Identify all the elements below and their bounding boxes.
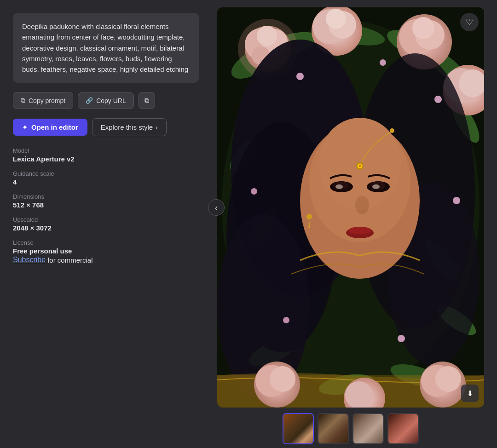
download-icon: ⬇ — [467, 389, 473, 398]
subscribe-link[interactable]: Subscribe — [13, 256, 46, 264]
model-item: Model Lexica Aperture v2 — [13, 147, 199, 163]
thumbnail-1[interactable] — [283, 413, 314, 444]
external-link-button[interactable]: ⧉ — [139, 92, 155, 109]
wand-icon: ✦ — [22, 124, 28, 131]
model-value: Lexica Aperture v2 — [13, 155, 199, 163]
heart-button[interactable]: ♡ — [460, 13, 479, 31]
thumbnail-strip — [283, 413, 419, 444]
license-label: License — [13, 239, 199, 246]
main-actions-row: ✦ Open in editor Explore this style › — [13, 118, 199, 136]
license-commercial-line: Subscribe for commercial — [13, 256, 199, 264]
download-button[interactable]: ⬇ — [461, 385, 479, 402]
explore-style-label: Explore this style — [101, 123, 153, 131]
action-buttons-row: ⧉ Copy prompt 🔗 Copy URL ⧉ — [13, 92, 199, 109]
guidance-value: 4 — [13, 178, 199, 186]
dimensions-label: Dimensions — [13, 193, 199, 200]
copy-prompt-label: Copy prompt — [29, 97, 65, 104]
open-editor-button[interactable]: ✦ Open in editor — [13, 119, 87, 136]
metadata-section: Model Lexica Aperture v2 Guidance scale … — [13, 147, 199, 264]
thumbnail-2[interactable] — [318, 413, 349, 444]
nav-arrow-left[interactable]: ‹ — [208, 199, 225, 216]
link-icon: 🔗 — [86, 97, 93, 104]
arrow-left-icon: ‹ — [215, 203, 218, 212]
svg-rect-71 — [217, 7, 484, 408]
dimensions-value: 512 × 768 — [13, 201, 199, 209]
explore-style-button[interactable]: Explore this style › — [92, 118, 167, 136]
prompt-text: Deepika padukone with classical floral e… — [22, 23, 188, 73]
upscaled-value: 2048 × 3072 — [13, 224, 199, 232]
image-container: ♡ ⬇ — [217, 7, 484, 408]
license-line: Free personal use — [13, 247, 199, 255]
image-wrapper: ♡ ⬇ ‹ — [217, 7, 484, 408]
guidance-item: Guidance scale 4 — [13, 170, 199, 186]
copy-prompt-button[interactable]: ⧉ Copy prompt — [13, 92, 73, 109]
upscaled-label: Upscaled — [13, 216, 199, 223]
chevron-right-icon: › — [156, 124, 158, 131]
dimensions-item: Dimensions 512 × 768 — [13, 193, 199, 209]
copy-prompt-icon: ⧉ — [21, 97, 25, 104]
heart-icon: ♡ — [466, 17, 473, 27]
license-commercial-text: for commercial — [47, 256, 92, 264]
thumbnail-3[interactable] — [353, 413, 384, 444]
open-editor-label: Open in editor — [31, 123, 78, 131]
prompt-box: Deepika padukone with classical floral e… — [13, 13, 199, 83]
thumbnail-4[interactable] — [387, 413, 419, 444]
copy-url-label: Copy URL — [96, 97, 126, 104]
copy-url-button[interactable]: 🔗 Copy URL — [78, 92, 134, 109]
model-label: Model — [13, 147, 199, 154]
license-free-text: Free personal use — [13, 247, 72, 255]
artwork-image — [217, 7, 484, 408]
right-panel: ♡ ⬇ ‹ — [212, 0, 497, 448]
external-link-icon: ⧉ — [144, 97, 149, 104]
left-panel: Deepika padukone with classical floral e… — [0, 0, 212, 448]
upscaled-item: Upscaled 2048 × 3072 — [13, 216, 199, 232]
guidance-label: Guidance scale — [13, 170, 199, 177]
license-item: License Free personal use Subscribe for … — [13, 239, 199, 264]
